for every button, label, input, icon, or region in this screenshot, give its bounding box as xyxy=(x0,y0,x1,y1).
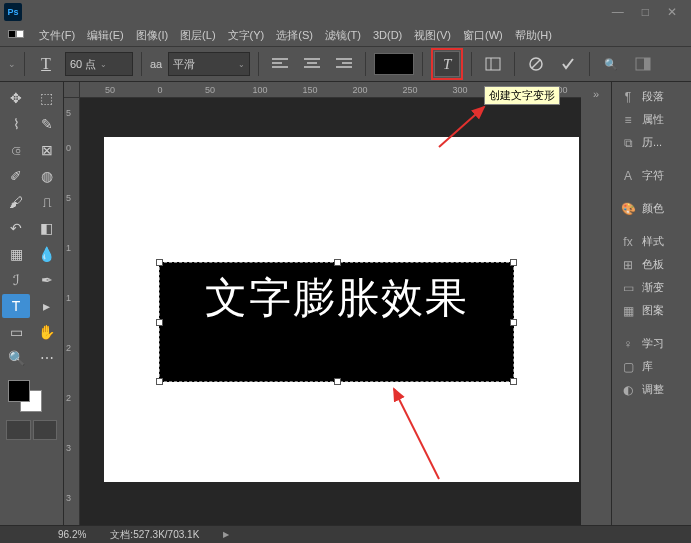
ruler-tick: 3 xyxy=(66,493,71,503)
handle-br[interactable] xyxy=(510,378,517,385)
panel-tab[interactable]: ♀学习 xyxy=(614,333,689,354)
menu-view[interactable]: 视图(V) xyxy=(409,26,456,45)
handle-tl[interactable] xyxy=(156,259,163,266)
foreground-color[interactable] xyxy=(8,380,30,402)
color-swatches[interactable] xyxy=(2,376,61,416)
panel-tab[interactable]: ⊞色板 xyxy=(614,254,689,275)
options-bar: ⌄ T 60 点 ⌄ aa 平滑 ⌄ T 🔍 xyxy=(0,46,691,82)
panel-icon: 🎨 xyxy=(620,202,636,216)
eyedropper-tool[interactable]: ✐ xyxy=(2,164,30,188)
align-left-button[interactable] xyxy=(267,51,293,77)
canvas-text[interactable]: 文字膨胀效果 xyxy=(160,263,513,333)
ruler-tick: 1 xyxy=(66,293,71,303)
panel-label: 段落 xyxy=(642,89,664,104)
panel-tab[interactable]: ≡属性 xyxy=(614,109,689,130)
svg-line-3 xyxy=(532,60,540,68)
pen-tool[interactable]: ✒ xyxy=(33,268,61,292)
panel-tab[interactable]: ▭渐变 xyxy=(614,277,689,298)
dodge-tool[interactable]: ℐ xyxy=(2,268,30,292)
menu-select[interactable]: 选择(S) xyxy=(271,26,318,45)
ruler-origin[interactable] xyxy=(64,82,80,98)
panel-label: 渐变 xyxy=(642,280,664,295)
menu-3d[interactable]: 3D(D) xyxy=(368,27,407,43)
screen-mode-button[interactable] xyxy=(33,420,58,440)
zoom-tool[interactable]: 🔍 xyxy=(2,346,30,370)
quick-select-tool[interactable]: ✎ xyxy=(33,112,61,136)
text-bounding-box[interactable]: 文字膨胀效果 xyxy=(159,262,514,382)
quick-mask-button[interactable] xyxy=(6,420,31,440)
menu-window[interactable]: 窗口(W) xyxy=(458,26,508,45)
panels-toggle-button[interactable] xyxy=(480,51,506,77)
title-bar: Ps — □ ✕ xyxy=(0,0,691,24)
warp-text-button[interactable]: T xyxy=(434,51,460,77)
panel-label: 历... xyxy=(642,135,662,150)
maximize-button[interactable]: □ xyxy=(642,5,649,19)
handle-mr[interactable] xyxy=(510,319,517,326)
ruler-tick: 100 xyxy=(252,85,267,95)
doc-info[interactable]: 文档:527.3K/703.1K xyxy=(110,528,199,542)
type-tool[interactable]: T xyxy=(2,294,30,318)
move-tool[interactable]: ✥ xyxy=(2,86,30,110)
commit-button[interactable] xyxy=(555,51,581,77)
menu-layer[interactable]: 图层(L) xyxy=(175,26,220,45)
panel-tab[interactable]: fx样式 xyxy=(614,231,689,252)
panel-icon: ▦ xyxy=(620,304,636,318)
panel-tab[interactable]: ¶段落 xyxy=(614,86,689,107)
default-colors-icon[interactable] xyxy=(8,30,24,38)
healing-tool[interactable]: ◍ xyxy=(33,164,61,188)
close-button[interactable]: ✕ xyxy=(667,5,677,19)
menu-edit[interactable]: 编辑(E) xyxy=(82,26,129,45)
shape-tool[interactable]: ▭ xyxy=(2,320,30,344)
handle-ml[interactable] xyxy=(156,319,163,326)
panel-tab[interactable]: A字符 xyxy=(614,165,689,186)
antialias-dropdown[interactable]: 平滑 ⌄ xyxy=(168,52,250,76)
chevron-down-icon[interactable]: ⌄ xyxy=(8,59,16,69)
minimize-button[interactable]: — xyxy=(612,5,624,19)
stamp-tool[interactable]: ⎍ xyxy=(33,190,61,214)
path-select-tool[interactable]: ▸ xyxy=(33,294,61,318)
blur-tool[interactable]: 💧 xyxy=(33,242,61,266)
cancel-button[interactable] xyxy=(523,51,549,77)
history-brush-tool[interactable]: ↶ xyxy=(2,216,30,240)
status-chevron-icon[interactable]: ▶ xyxy=(223,530,229,539)
frame-tool[interactable]: ⊠ xyxy=(33,138,61,162)
menu-help[interactable]: 帮助(H) xyxy=(510,26,557,45)
type-tool-icon[interactable]: T xyxy=(33,51,59,77)
canvas-area: 50050100150200250300350400 505112233 文字膨… xyxy=(64,82,581,525)
panel-tab[interactable]: ⧉历... xyxy=(614,132,689,153)
warp-tooltip: 创建文字变形 xyxy=(484,86,560,105)
ruler-tick: 5 xyxy=(66,108,71,118)
zoom-level[interactable]: 96.2% xyxy=(58,529,86,540)
panel-tab[interactable]: 🎨颜色 xyxy=(614,198,689,219)
vertical-ruler[interactable]: 505112233 xyxy=(64,98,80,525)
menu-file[interactable]: 文件(F) xyxy=(34,26,80,45)
warp-text-highlight: T xyxy=(431,48,463,80)
search-icon[interactable]: 🔍 xyxy=(598,51,624,77)
edit-toolbar[interactable]: ⋯ xyxy=(33,346,61,370)
hand-tool[interactable]: ✋ xyxy=(33,320,61,344)
panel-tab[interactable]: ◐调整 xyxy=(614,379,689,400)
align-right-button[interactable] xyxy=(331,51,357,77)
text-color-swatch[interactable] xyxy=(374,53,414,75)
lasso-tool[interactable]: ⌇ xyxy=(2,112,30,136)
handle-bc[interactable] xyxy=(334,378,341,385)
brush-tool[interactable]: 🖌 xyxy=(2,190,30,214)
menu-image[interactable]: 图像(I) xyxy=(131,26,173,45)
eraser-tool[interactable]: ◧ xyxy=(33,216,61,240)
panel-tab[interactable]: ▢库 xyxy=(614,356,689,377)
panel-icon[interactable]: » xyxy=(593,88,599,100)
handle-bl[interactable] xyxy=(156,378,163,385)
handle-tc[interactable] xyxy=(334,259,341,266)
align-center-button[interactable] xyxy=(299,51,325,77)
menu-filter[interactable]: 滤镜(T) xyxy=(320,26,366,45)
font-size-dropdown[interactable]: 60 点 ⌄ xyxy=(65,52,133,76)
workspace-icon[interactable] xyxy=(630,51,656,77)
marquee-tool[interactable]: ⬚ xyxy=(33,86,61,110)
quick-mask-row xyxy=(2,418,61,442)
crop-tool[interactable]: ⟃ xyxy=(2,138,30,162)
ruler-tick: 2 xyxy=(66,343,71,353)
menu-type[interactable]: 文字(Y) xyxy=(223,26,270,45)
panel-tab[interactable]: ▦图案 xyxy=(614,300,689,321)
handle-tr[interactable] xyxy=(510,259,517,266)
gradient-tool[interactable]: ▦ xyxy=(2,242,30,266)
